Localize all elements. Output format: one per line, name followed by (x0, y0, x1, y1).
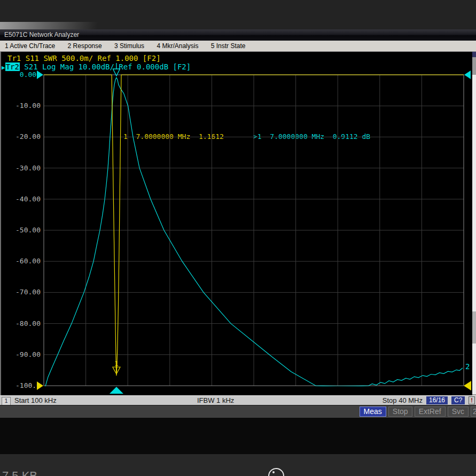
cal-status-badge: C? (451, 396, 465, 404)
top-photo-band (0, 0, 476, 29)
black-gap (0, 418, 476, 454)
analyzer-screen: Tr1 S11 SWR 500.0m/ Ref 1.000 [F2] ▶Tr2 … (0, 52, 476, 405)
file-size-label: 7.5 KB (2, 469, 37, 476)
menu-bar: 1 Active Ch/Trace 2 Response 3 Stimulus … (0, 41, 476, 52)
menu-item-active-ch-trace[interactable]: 1 Active Ch/Trace (0, 41, 61, 51)
meas-indicator[interactable]: Meas (360, 407, 386, 417)
footer-strip: 7.5 KB (0, 454, 476, 476)
marker1-readout-tr1: 1 7.0000000 MHz 1.1612 (123, 132, 224, 141)
trace1-detail: S11 SWR 500.0m/ Ref 1.000 [F2] (21, 54, 160, 63)
refresh-circle-icon[interactable] (268, 468, 284, 476)
svc-indicator[interactable]: Svc (448, 407, 469, 417)
warning-badge: ! (469, 396, 475, 404)
scrollbar-track[interactable] (472, 75, 476, 311)
active-trace-arrow-icon: ▶ (2, 64, 5, 71)
trace2-detail: S21 Log Mag 10.00dB/ Ref 0.000dB [F2] (20, 63, 191, 71)
extref-indicator[interactable]: ExtRef (415, 407, 446, 417)
scrollbar-cap (472, 52, 476, 57)
stop-indicator[interactable]: Stop (388, 407, 412, 417)
scrollbar-thumb[interactable] (472, 311, 476, 344)
scrollbar-track-lower[interactable] (472, 344, 476, 394)
menu-item-stimulus[interactable]: 3 Stimulus (110, 41, 150, 51)
menu-item-response[interactable]: 2 Response (63, 41, 108, 51)
glare-streak (0, 22, 139, 29)
window-titlebar[interactable]: E5071C Network Analyzer (0, 29, 476, 41)
trace1-label: Tr1 (7, 54, 21, 63)
menu-item-instr-state[interactable]: 5 Instr State (206, 41, 252, 51)
trace2-header[interactable]: ▶Tr2 S21 Log Mag 10.00dB/ Ref 0.000dB [F… (2, 63, 191, 72)
instrument-status-row: Meas Stop ExtRef Svc 2 (0, 405, 476, 418)
window-title: E5071C Network Analyzer (4, 31, 79, 38)
points-badge: 16/16 (426, 396, 448, 404)
ifbw-label[interactable]: IFBW 1 kHz (197, 396, 234, 404)
stop-frequency-label[interactable]: Stop 40 MHz (383, 396, 423, 404)
channel-number-box: 1 (2, 397, 11, 405)
cut-indicator[interactable]: 2 (471, 407, 476, 417)
screen-left-edge (0, 52, 1, 405)
trace1-header[interactable]: Tr1 S11 SWR 500.0m/ Ref 1.000 [F2] (7, 54, 161, 63)
trace2-label: Tr2 (5, 63, 20, 71)
marker1-readout-tr2: >1 7.0000000 MHz -0.9112 dB (253, 132, 370, 141)
menu-item-mkr-analysis[interactable]: 4 Mkr/Analysis (152, 41, 204, 51)
status-bar: 1 Start 100 kHz IFBW 1 kHz Stop 40 MHz 1… (0, 395, 476, 405)
scrollbar-upper[interactable] (472, 57, 476, 75)
start-frequency-label[interactable]: Start 100 kHz (14, 396, 57, 404)
